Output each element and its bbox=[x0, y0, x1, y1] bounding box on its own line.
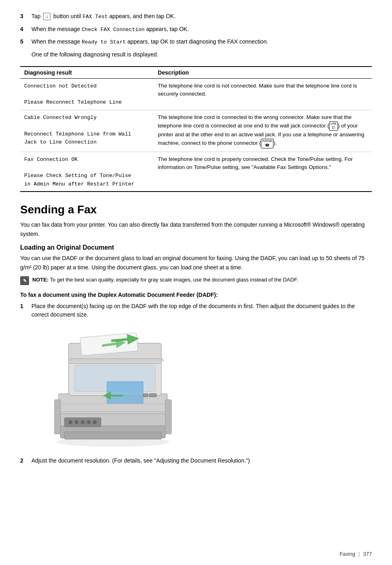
step-5-number: 5 bbox=[20, 38, 31, 45]
phone-connector-icon: PHONE☎ bbox=[261, 139, 273, 148]
step3-code1: FAX Test bbox=[83, 14, 108, 20]
line-connector-icon: LINE⊡ bbox=[329, 121, 338, 131]
table-cell-desc-1: The telephone line cord is connected to … bbox=[154, 110, 372, 152]
step-3-number: 3 bbox=[20, 13, 31, 19]
svg-point-12 bbox=[93, 420, 97, 424]
diagnosing-table: Diagnosing result Description Connection… bbox=[20, 66, 372, 192]
dadf-step2: 2 Adjust the document resolution. (For d… bbox=[20, 457, 372, 465]
dadf-step-2-row: 2 Adjust the document resolution. (For d… bbox=[20, 457, 372, 465]
table-col1-header: Diagnosing result bbox=[20, 67, 154, 79]
result-code-line2-2: Please Check Setting of Tone/Pulse in Ad… bbox=[24, 173, 134, 187]
note-label: NOTE: bbox=[32, 277, 48, 283]
step4-ok: OK. bbox=[179, 26, 189, 32]
step5-code1: Ready to Start bbox=[82, 39, 126, 45]
step-3-row: 3 Tap ↓ button until FAX Test appears, a… bbox=[20, 12, 372, 21]
dadf-step-1-row: 1 Place the document(s) facing up on the… bbox=[20, 302, 372, 319]
step3-text-before: Tap bbox=[31, 13, 41, 19]
step3-ok: OK. bbox=[166, 13, 175, 19]
table-cell-result-0: Connection not DetectedPlease Reconnect … bbox=[20, 78, 154, 110]
dadf-heading: To fax a document using the Duplex Autom… bbox=[20, 292, 372, 298]
footer-page: 377 bbox=[363, 551, 372, 557]
note-icon: ✎ bbox=[20, 276, 29, 285]
step4-code1: Check FAX Connection bbox=[82, 27, 145, 33]
step4-text-before: When the message bbox=[31, 26, 80, 32]
step3-text-after: button until bbox=[53, 13, 81, 19]
footer-left: Faxing bbox=[340, 551, 355, 557]
svg-point-10 bbox=[81, 420, 85, 424]
table-cell-result-1: Cable Connected WronglyReconnect Telepho… bbox=[20, 110, 154, 152]
svg-point-8 bbox=[69, 420, 73, 424]
note-box: ✎ NOTE: To get the best scan quality, es… bbox=[20, 276, 372, 285]
step5-text-after: appears, tap bbox=[127, 38, 159, 45]
step-4-content: When the message Check FAX Connection ap… bbox=[31, 25, 372, 34]
note-text: NOTE: To get the best scan quality, espe… bbox=[32, 276, 298, 284]
table-cell-desc-2: The telephone line cord is properly conn… bbox=[154, 152, 372, 192]
step3-text-middle: appears, and then tap bbox=[109, 13, 164, 19]
printer-illustration bbox=[44, 323, 372, 449]
loading-doc-heading: Loading an Original Document bbox=[20, 244, 372, 251]
svg-rect-26 bbox=[143, 394, 148, 397]
page-footer: Faxing | 377 bbox=[340, 551, 372, 557]
svg-rect-25 bbox=[149, 394, 156, 397]
dadf-step-1-number: 1 bbox=[20, 303, 31, 309]
note-body: To get the best scan quality, especially… bbox=[50, 277, 298, 283]
step5-indent: One of the following diagnosing result i… bbox=[31, 50, 372, 59]
table-row: Fax Connection OKPlease Check Setting of… bbox=[20, 152, 372, 192]
svg-point-11 bbox=[87, 420, 91, 424]
svg-rect-19 bbox=[107, 382, 143, 404]
table-col2-header: Description bbox=[154, 67, 372, 79]
table-cell-result-2: Fax Connection OKPlease Check Setting of… bbox=[20, 152, 154, 192]
svg-rect-24 bbox=[165, 400, 171, 434]
result-code-line2-1: Reconnect Telephone Line from Wall Jack … bbox=[24, 131, 131, 146]
step3-icon: ↓ bbox=[43, 13, 50, 20]
table-row: Cable Connected WronglyReconnect Telepho… bbox=[20, 110, 372, 152]
dadf-step-1-content: Place the document(s) facing up on the D… bbox=[31, 302, 372, 319]
svg-text:✎: ✎ bbox=[23, 278, 27, 283]
step4-text-after: appears, tap bbox=[146, 26, 177, 32]
loading-doc-body: You can use the DADF or the document gla… bbox=[20, 254, 372, 272]
svg-point-9 bbox=[75, 420, 79, 424]
result-code-line2-0: Please Reconnect Telephone Line bbox=[24, 99, 122, 105]
sending-fax-heading: Sending a Fax bbox=[20, 203, 372, 216]
dadf-steps: 1 Place the document(s) facing up on the… bbox=[20, 302, 372, 319]
result-code-line1-1: Cable Connected Wrongly bbox=[24, 115, 96, 121]
step-5-row: 5 When the message Ready to Start appear… bbox=[20, 38, 372, 46]
step5-text-end: to start diagnosing the FAX connection. bbox=[170, 38, 268, 45]
table-cell-desc-0: The telephone line cord is not connected… bbox=[154, 78, 372, 110]
step5-ok: OK bbox=[160, 38, 168, 45]
svg-rect-23 bbox=[54, 400, 60, 434]
table-row: Connection not DetectedPlease Reconnect … bbox=[20, 78, 372, 110]
sending-fax-body: You can fax data from your printer. You … bbox=[20, 220, 372, 238]
step-4-number: 4 bbox=[20, 26, 31, 32]
step-3-content: Tap ↓ button until FAX Test appears, and… bbox=[31, 12, 372, 21]
dadf-step-2-content: Adjust the document resolution. (For det… bbox=[31, 457, 372, 465]
step-4-row: 4 When the message Check FAX Connection … bbox=[20, 25, 372, 34]
svg-rect-5 bbox=[65, 432, 161, 439]
step5-text-before: When the message bbox=[31, 38, 80, 45]
result-code-line1-2: Fax Connection OK bbox=[24, 156, 78, 163]
dadf-step-2-number: 2 bbox=[20, 457, 31, 464]
result-code-line1-0: Connection not Detected bbox=[24, 83, 96, 89]
step-5-content: When the message Ready to Start appears,… bbox=[31, 38, 372, 46]
footer-sep: | bbox=[359, 551, 360, 557]
